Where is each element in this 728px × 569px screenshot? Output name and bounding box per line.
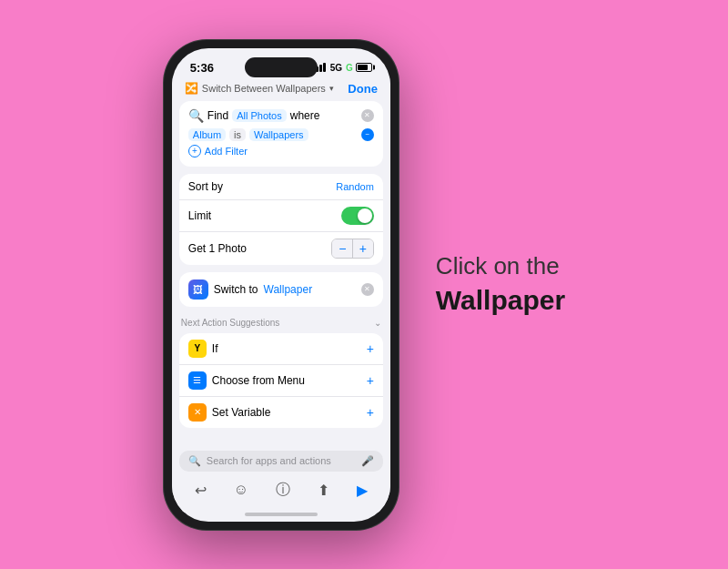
search-icon: 🔍	[188, 455, 201, 467]
emoji-icon[interactable]: ☺	[234, 482, 248, 498]
scene: 5:36 5G G 🔀	[0, 0, 728, 569]
suggestion-if[interactable]: Y If +	[179, 333, 383, 365]
signal-strength-icon: G	[346, 63, 353, 73]
find-emoji-icon: 🔍	[188, 108, 204, 123]
suggestions-title: Next Action Suggestions	[181, 318, 279, 328]
album-info-icon[interactable]: −	[361, 128, 374, 141]
switch-close-icon[interactable]: ✕	[361, 283, 374, 296]
nav-done-button[interactable]: Done	[348, 82, 378, 96]
switch-icon: 🖼	[188, 279, 208, 300]
photo-count-stepper[interactable]: − +	[331, 239, 374, 259]
search-bar[interactable]: 🔍 Search for apps and actions 🎤	[179, 451, 383, 472]
menu-icon: ☰	[188, 371, 207, 390]
suggestion-menu-left: ☰ Choose from Menu	[188, 371, 305, 390]
nav-bar: 🔀 Switch Between Wallpapers ▾ Done	[172, 78, 390, 101]
switch-to-card[interactable]: 🖼 Switch to Wallpaper ✕	[179, 272, 383, 307]
search-placeholder: Search for apps and actions	[207, 455, 356, 466]
undo-icon[interactable]: ↩	[195, 482, 207, 499]
suggestion-if-left: Y If	[188, 340, 218, 358]
if-add-icon[interactable]: +	[367, 341, 374, 356]
nav-title-text: Switch Between Wallpapers	[202, 83, 326, 94]
limit-toggle[interactable]	[341, 207, 374, 225]
play-icon[interactable]: ▶	[357, 482, 368, 499]
find-close-icon[interactable]: ✕	[361, 109, 374, 122]
mic-icon[interactable]: 🎤	[361, 455, 374, 467]
album-tag[interactable]: Album	[188, 128, 226, 141]
scroll-content: 🔍 Find All Photos where ✕ Album is Wallp…	[172, 101, 390, 447]
find-card: 🔍 Find All Photos where ✕ Album is Wallp…	[179, 101, 383, 167]
suggestion-menu[interactable]: ☰ Choose from Menu +	[179, 365, 383, 397]
get-photo-row: Get 1 Photo − +	[179, 232, 383, 265]
add-filter-icon: +	[188, 145, 201, 157]
if-icon: Y	[188, 340, 207, 358]
nav-emoji-icon: 🔀	[185, 82, 198, 95]
dynamic-island	[245, 57, 318, 77]
if-label: If	[212, 342, 218, 355]
nav-chevron-icon: ▾	[329, 84, 334, 93]
suggestions-chevron-icon: ⌄	[374, 318, 381, 328]
stepper-minus-button[interactable]: −	[332, 239, 352, 258]
variable-icon: ✕	[188, 403, 207, 422]
share-icon[interactable]: ⬆	[318, 482, 329, 499]
sort-value[interactable]: Random	[336, 181, 374, 192]
variable-label: Set Variable	[212, 406, 270, 419]
wallpaper-value[interactable]: Wallpaper	[264, 283, 313, 296]
add-filter-label: Add Filter	[205, 146, 248, 157]
add-filter-row[interactable]: + Add Filter	[188, 141, 374, 159]
menu-add-icon[interactable]: +	[367, 373, 374, 388]
album-row: Album is Wallpapers −	[188, 128, 374, 141]
get-photo-label: Get 1 Photo	[188, 242, 247, 255]
limit-label: Limit	[188, 209, 211, 222]
find-row: 🔍 Find All Photos where ✕	[188, 108, 374, 123]
wallpapers-tag[interactable]: Wallpapers	[249, 128, 308, 141]
status-time: 5:36	[190, 61, 214, 75]
find-label: Find	[207, 109, 228, 122]
phone-frame: 5:36 5G G 🔀	[163, 39, 399, 531]
suggestion-variable[interactable]: ✕ Set Variable +	[179, 397, 383, 428]
suggestions-header: Next Action Suggestions ⌄	[179, 314, 383, 331]
toggle-thumb	[358, 208, 372, 223]
info-icon[interactable]: ⓘ	[276, 481, 290, 500]
suggestion-variable-left: ✕ Set Variable	[188, 403, 270, 422]
menu-label: Choose from Menu	[212, 374, 305, 387]
wallpaper-instruction-text: Wallpaper	[436, 284, 565, 317]
limit-row: Limit	[179, 200, 383, 232]
battery-icon	[356, 63, 372, 72]
bottom-spacer	[179, 435, 383, 447]
bottom-toolbar: ↩ ☺ ⓘ ⬆ ▶	[172, 475, 390, 513]
where-label: where	[290, 109, 320, 122]
status-icons: 5G G	[312, 63, 372, 73]
sort-card: Sort by Random Limit Get 1 Photo −	[179, 174, 383, 265]
home-indicator	[245, 513, 318, 516]
variable-add-icon[interactable]: +	[367, 405, 374, 420]
click-on-the-text: Click on the	[436, 252, 560, 280]
sort-label: Sort by	[188, 180, 223, 193]
all-photos-tag[interactable]: All Photos	[232, 109, 287, 122]
network-label: 5G	[330, 63, 342, 73]
suggestions-card: Y If + ☰ Choose from Menu +	[179, 333, 383, 428]
stepper-plus-button[interactable]: +	[353, 239, 373, 258]
is-tag[interactable]: is	[229, 128, 246, 141]
phone-screen: 5:36 5G G 🔀	[172, 48, 390, 522]
switch-to-label: Switch to	[214, 283, 258, 296]
nav-title: 🔀 Switch Between Wallpapers ▾	[185, 82, 334, 95]
instruction-text: Click on the Wallpaper	[436, 252, 565, 317]
sort-row: Sort by Random	[179, 174, 383, 200]
